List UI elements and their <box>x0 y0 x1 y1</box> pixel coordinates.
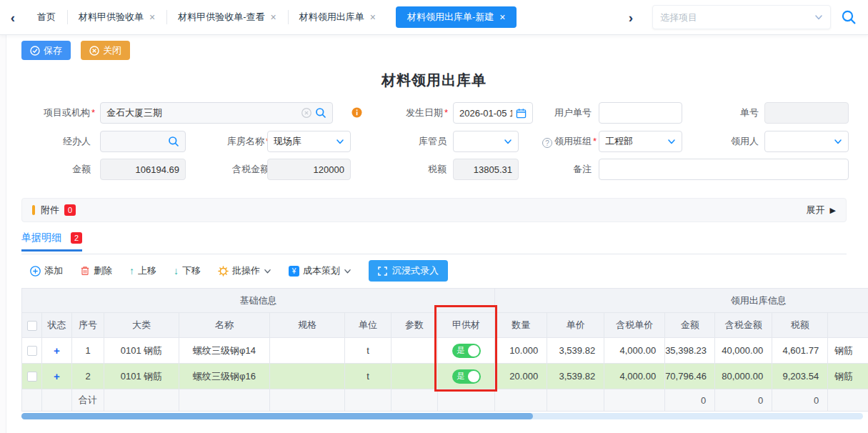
row-checkbox[interactable] <box>27 372 37 382</box>
cell-param <box>391 364 438 389</box>
col-supplied: 甲供材 <box>438 313 495 338</box>
tab-strip: 首页 材料甲供验收单 × 材料甲供验收单-查看 × 材料领用出库单 × 材料领用… <box>26 0 525 34</box>
gear-icon <box>218 266 229 277</box>
add-row-button[interactable]: 添加 <box>30 264 63 277</box>
project-select-input[interactable] <box>660 12 814 23</box>
user-no-field[interactable] <box>599 102 682 124</box>
batch-ops-dropdown[interactable]: 批操作 <box>218 264 271 277</box>
tab-home[interactable]: 首页 <box>26 6 67 28</box>
tab-material-acceptance[interactable]: 材料甲供验收单 × <box>67 6 166 28</box>
col-amount: 金额 <box>665 313 715 338</box>
cell-unit: t <box>345 364 391 389</box>
tab-divider <box>21 254 847 254</box>
arrow-up-icon: ↑ <box>129 266 134 276</box>
horizontal-scrollbar[interactable] <box>21 413 863 419</box>
chevron-down-icon <box>336 137 344 146</box>
tab-close-icon[interactable]: × <box>271 12 276 22</box>
recipient-select[interactable] <box>764 131 849 152</box>
arrow-down-icon: ↓ <box>174 266 179 276</box>
project-select[interactable] <box>652 5 831 29</box>
group-header-outbound: 领用出库信息 <box>495 289 868 313</box>
tab-material-acceptance-view[interactable]: 材料甲供验收单-查看 × <box>166 6 288 28</box>
col-unit: 单位 <box>345 313 391 338</box>
remark-field[interactable] <box>599 159 849 180</box>
col-price-tax: 含税单价 <box>604 313 665 338</box>
expand-arrow-icon: ▶ <box>830 206 836 215</box>
calendar-icon[interactable] <box>516 108 527 119</box>
clear-icon[interactable] <box>301 108 311 118</box>
tax-field: 13805.31 <box>453 159 519 180</box>
cell-tax: 4,601.77 <box>772 338 828 364</box>
tab-close-icon[interactable]: × <box>499 12 505 22</box>
global-search-icon[interactable] <box>841 9 857 25</box>
section-marker <box>32 205 35 215</box>
attachments-count-badge: 0 <box>64 204 76 216</box>
keeper-label: 库管员 <box>389 131 447 152</box>
expand-toggle[interactable]: 展开 ▶ <box>807 204 836 216</box>
group-header-basic: 基础信息 <box>22 289 495 313</box>
keeper-select[interactable] <box>453 131 519 152</box>
tab-close-icon[interactable]: × <box>149 12 155 22</box>
cell-seq: 1 <box>72 338 104 364</box>
move-down-button[interactable]: ↓ 下移 <box>174 264 201 277</box>
tab-material-outbound-new-active[interactable]: 材料领用出库单-新建 × <box>396 6 517 28</box>
tabs-scroll-right-icon[interactable]: › <box>618 0 644 35</box>
cell-amount: 70,796.46 <box>665 364 715 389</box>
fullscreen-icon <box>378 267 387 276</box>
expand-label: 展开 <box>807 204 825 216</box>
tabs-scroll-left-icon[interactable]: ‹ <box>0 0 26 35</box>
tab-label: 材料甲供验收单-查看 <box>178 11 264 24</box>
search-icon[interactable] <box>168 136 179 147</box>
detail-toolbar: 添加 删除 ↑ 上移 ↓ 下移 <box>30 260 448 282</box>
doc-no-field <box>764 102 849 124</box>
row-add-icon[interactable]: + <box>54 370 60 382</box>
search-icon[interactable] <box>315 107 326 119</box>
project-field[interactable]: 金石大厦三期 <box>100 102 333 124</box>
amount-tax-field: 120000 <box>267 159 351 180</box>
handler-label: 经办人 <box>34 131 91 152</box>
total-amount: 0 <box>665 389 715 412</box>
cost-planning-dropdown[interactable]: ¥ 成本策划 <box>289 264 351 277</box>
select-all-cell <box>22 313 42 338</box>
required-mark: * <box>593 136 597 146</box>
row-add-icon[interactable]: + <box>54 344 60 357</box>
chevron-down-icon <box>264 267 271 275</box>
required-mark: * <box>444 107 448 118</box>
delete-row-button[interactable]: 删除 <box>80 264 112 277</box>
yuan-icon: ¥ <box>289 266 299 277</box>
col-param: 参数 <box>391 313 438 338</box>
total-label: 合计 <box>72 389 104 412</box>
warehouse-select[interactable]: 现场库 <box>267 131 351 152</box>
select-all-checkbox[interactable] <box>27 321 37 331</box>
tab-material-outbound-list[interactable]: 材料领用出库单 × <box>288 6 387 28</box>
col-tax: 税额 <box>772 313 828 338</box>
row-checkbox[interactable] <box>27 346 37 356</box>
cell-qty: 10.000 <box>495 338 547 364</box>
tab-close-icon[interactable]: × <box>370 12 376 22</box>
date-label: 发生日期* <box>382 102 448 124</box>
col-category: 大类 <box>104 313 179 338</box>
team-select[interactable]: 工程部 <box>599 131 682 152</box>
cell-unit: t <box>345 338 391 364</box>
detail-tab-label: 单据明细 <box>21 232 61 244</box>
cell-price-tax: 4,000.00 <box>604 364 665 389</box>
date-field[interactable]: 2026-01-05 1 <box>453 102 533 124</box>
cell-price-tax: 4,000.00 <box>604 338 665 364</box>
col-qty: 数量 <box>495 313 547 338</box>
tab-detail[interactable]: 单据明细 2 <box>21 232 82 252</box>
cell-amount: 35,398.23 <box>665 338 715 364</box>
total-amount-tax: 0 <box>715 389 772 412</box>
user-no-label: 用户单号 <box>532 102 592 124</box>
team-value: 工程部 <box>605 135 664 148</box>
team-label: ?领用班组* <box>518 131 597 152</box>
supplied-toggle[interactable]: 是 <box>452 344 481 358</box>
move-up-button[interactable]: ↑ 上移 <box>129 264 156 277</box>
attachments-bar: 附件 0 展开 ▶ <box>21 198 847 222</box>
amount-value: 106194.69 <box>106 164 179 175</box>
handler-field[interactable] <box>100 131 186 152</box>
immersive-entry-button[interactable]: 沉浸式录入 <box>369 260 448 282</box>
chevron-down-icon <box>344 267 351 275</box>
tax-label: 税额 <box>389 159 447 180</box>
scrollbar-thumb[interactable] <box>21 413 533 419</box>
supplied-toggle[interactable]: 是 <box>452 369 481 384</box>
